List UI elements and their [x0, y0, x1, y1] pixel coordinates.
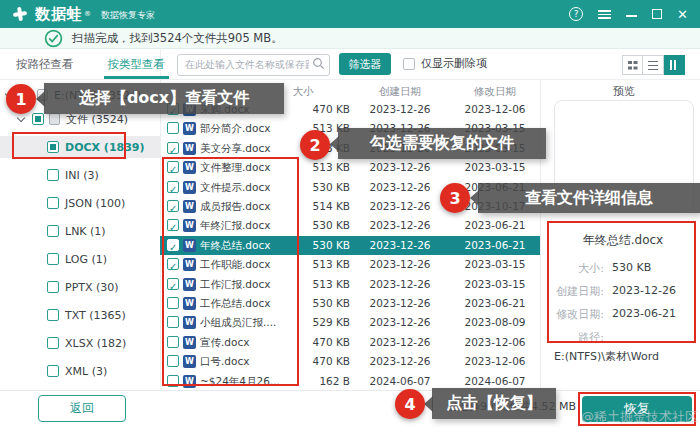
- file-row[interactable]: 口号.docx470 KB2023-12-262023-12-06: [160, 352, 540, 371]
- row-checkbox[interactable]: [167, 239, 179, 251]
- row-checkbox[interactable]: [167, 316, 179, 328]
- file-size: 470 KB: [275, 333, 350, 352]
- sidebar-item-xml[interactable]: XML (3): [0, 360, 160, 382]
- sidebar-item-xlsx[interactable]: XLSX (182): [0, 332, 160, 354]
- check-circle-icon: [44, 29, 63, 48]
- sidebar-item-label: INI (3): [65, 169, 99, 182]
- sidebar-item-docx[interactable]: DOCX (1839): [0, 136, 160, 158]
- tree-checkbox[interactable]: [47, 169, 59, 181]
- tree-checkbox[interactable]: [47, 281, 59, 293]
- tree-checkbox[interactable]: [47, 253, 59, 265]
- detail-view-icon[interactable]: [664, 55, 685, 75]
- file-row[interactable]: 年终汇报.docx530 KB2023-12-262023-06-21: [160, 216, 540, 235]
- tree-checkbox[interactable]: [47, 225, 59, 237]
- row-checkbox[interactable]: [167, 181, 179, 193]
- file-row[interactable]: 部分简介.docx513 KB2023-12-262023-03-15: [160, 119, 540, 138]
- row-checkbox[interactable]: [167, 122, 179, 134]
- preview-box: W: [554, 100, 694, 212]
- column-header-size[interactable]: 大小: [273, 85, 333, 99]
- detail-field: 创建日期:2023-12-26: [550, 284, 696, 299]
- word-file-icon: [183, 336, 196, 349]
- file-name: 工作职能.docx: [200, 255, 270, 274]
- chevron-down-icon: [17, 113, 25, 121]
- file-row[interactable]: 年终总结.docx530 KB2023-12-262023-06-21: [160, 236, 540, 255]
- word-file-icon: [183, 297, 196, 310]
- file-row[interactable]: 采购.docx470 KB2023-12-262023-12-06: [160, 100, 540, 119]
- file-created-date: 2023-12-26: [355, 119, 445, 138]
- sidebar-item-log[interactable]: LOG (1): [0, 248, 160, 270]
- detail-value: 2023-12-26: [612, 284, 676, 299]
- search-input[interactable]: [177, 54, 330, 76]
- file-row[interactable]: 工作汇报.docx513 KB2023-12-262023-03-15: [160, 275, 540, 294]
- only-deleted-checkbox[interactable]: [403, 58, 415, 70]
- row-checkbox[interactable]: [167, 200, 179, 212]
- folder-icon: [37, 89, 48, 101]
- sidebar-item-files[interactable]: 文件 (3524): [0, 108, 160, 130]
- file-size: 470 KB: [275, 100, 350, 119]
- list-view-icon[interactable]: [643, 55, 664, 75]
- tree-checkbox[interactable]: [47, 197, 59, 209]
- close-icon[interactable]: ✕: [677, 8, 688, 21]
- sidebar-item-txt[interactable]: TXT (1365): [0, 304, 160, 326]
- tree-checkbox[interactable]: [47, 365, 59, 377]
- app-logo-icon: [11, 5, 29, 23]
- file-name: 小组成员汇报....: [200, 313, 276, 332]
- tree-checkbox[interactable]: [20, 89, 32, 101]
- row-checkbox[interactable]: [167, 278, 179, 290]
- file-size: 530 KB: [275, 236, 350, 255]
- file-name: 文件整理.docx: [200, 158, 270, 177]
- app-tagline: 数据恢复专家: [101, 9, 155, 22]
- detail-label: 路径:: [550, 330, 604, 345]
- menu-icon[interactable]: [598, 10, 611, 19]
- file-row[interactable]: 美文分享.docx513 KB2023-12-262023-03-15: [160, 139, 540, 158]
- file-modified-date: 2023-03-15: [450, 139, 540, 158]
- file-row[interactable]: 工作总结.docx530 KB2023-12-262023-06-21: [160, 294, 540, 313]
- file-created-date: 2023-12-26: [355, 333, 445, 352]
- word-file-icon: [183, 219, 196, 232]
- tree-checkbox[interactable]: [47, 309, 59, 321]
- column-header-modified[interactable]: 修改日期: [450, 85, 540, 99]
- help-icon[interactable]: ?: [569, 7, 583, 21]
- tree-checkbox[interactable]: [47, 141, 59, 153]
- sidebar-item-pptx[interactable]: PPTX (30): [0, 276, 160, 298]
- tab-by-type[interactable]: 按类型查看: [104, 54, 170, 79]
- row-checkbox[interactable]: [167, 258, 179, 270]
- grid-view-icon[interactable]: [622, 55, 643, 75]
- row-checkbox[interactable]: [167, 161, 179, 173]
- file-row[interactable]: 小组成员汇报....529 KB2023-12-262023-08-09: [160, 313, 540, 332]
- row-checkbox[interactable]: [167, 297, 179, 309]
- sidebar-item-json[interactable]: JSON (100): [0, 192, 160, 214]
- column-header-created[interactable]: 创建日期: [355, 85, 445, 99]
- preview-title: 预览: [554, 84, 694, 99]
- sidebar-item-lnk[interactable]: LNK (1): [0, 220, 160, 242]
- tree-checkbox[interactable]: [32, 113, 44, 125]
- file-row[interactable]: 文件提示.docx530 KB2023-12-262023-06-21: [160, 178, 540, 197]
- file-created-date: 2023-12-26: [355, 352, 445, 371]
- row-checkbox[interactable]: [167, 142, 179, 154]
- recover-button[interactable]: 恢复: [582, 396, 692, 422]
- sidebar-item-drive-e[interactable]: E:(NTFS) (3524): [0, 84, 160, 106]
- file-row[interactable]: ~$24年4月26...162 B2024-06-072024-06-07: [160, 372, 540, 391]
- minimize-icon[interactable]: [626, 11, 637, 17]
- maximize-icon[interactable]: [652, 9, 662, 19]
- file-size: 514 KB: [275, 197, 350, 216]
- file-created-date: 2023-12-26: [355, 158, 445, 177]
- row-checkbox[interactable]: [167, 355, 179, 367]
- file-row[interactable]: 文件整理.docx513 KB2023-12-262023-03-15: [160, 158, 540, 177]
- file-row[interactable]: 宣传.docx470 KB2023-12-262023-12-06: [160, 333, 540, 352]
- file-size: 162 B: [275, 372, 350, 391]
- file-row[interactable]: 工作职能.docx513 KB2023-12-262023-03-15: [160, 255, 540, 274]
- file-row[interactable]: 成员报告.docx514 KB2023-12-262023-10-17: [160, 197, 540, 216]
- filter-button[interactable]: 筛选器: [339, 53, 391, 75]
- tree-checkbox[interactable]: [47, 337, 59, 349]
- row-checkbox[interactable]: [167, 375, 179, 387]
- sidebar-item-label: E:(NTFS) (3524): [54, 89, 141, 102]
- row-checkbox[interactable]: [167, 336, 179, 348]
- sidebar-item-ini[interactable]: INI (3): [0, 164, 160, 186]
- back-button[interactable]: 返回: [38, 395, 126, 422]
- tab-by-path[interactable]: 按路径查看: [12, 54, 78, 79]
- scan-status-bar: 扫描完成，找到3524个文件共905 MB。: [0, 28, 700, 49]
- row-checkbox[interactable]: [167, 219, 179, 231]
- row-checkbox[interactable]: [167, 103, 179, 115]
- only-deleted-toggle[interactable]: 仅显示删除项: [403, 56, 487, 71]
